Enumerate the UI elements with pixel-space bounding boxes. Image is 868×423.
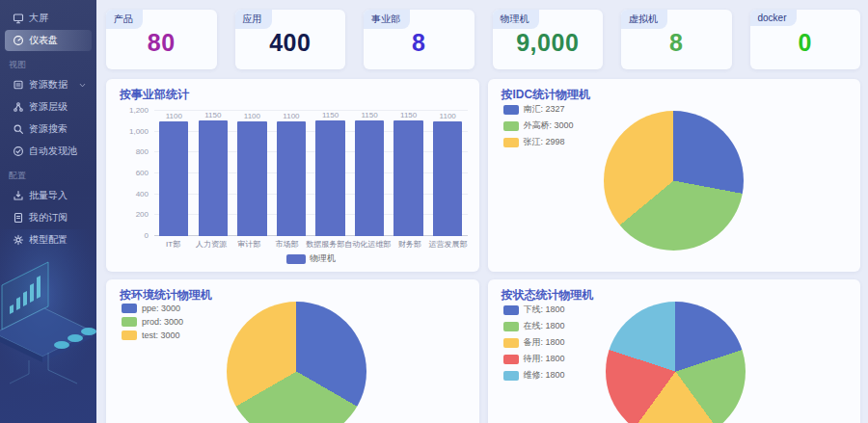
panel-env-pie: 按环境统计物理机 ppe: 3000prod: 3000test: 3000 xyxy=(106,279,479,423)
legend-color-chip xyxy=(503,371,519,381)
x-axis-label: 财务部 xyxy=(391,239,428,250)
legend-item[interactable]: 外高桥: 3000 xyxy=(503,119,574,132)
legend-label: 待用: 1800 xyxy=(524,353,565,365)
stat-card-value: 8 xyxy=(621,29,732,57)
stat-card-1[interactable]: 应用400 xyxy=(235,10,346,69)
main-content: 产品80应用400事业部8物理机9,000虚拟机8docker0 按事业部统计 … xyxy=(96,0,868,423)
bar-chart: 02004006008001,0001,20011001150110011001… xyxy=(120,111,468,236)
stat-card-0[interactable]: 产品80 xyxy=(106,10,217,69)
legend-label: 下线: 1800 xyxy=(524,304,565,316)
sidebar-item-9[interactable]: 我的订阅 xyxy=(5,207,92,228)
stat-card-2[interactable]: 事业部8 xyxy=(364,10,475,69)
panels-grid: 按事业部统计 02004006008001,0001,2001100115011… xyxy=(106,79,860,423)
sidebar-item-label: 批量导入 xyxy=(29,189,68,202)
sidebar-item-6[interactable]: 自动发现池 xyxy=(5,141,92,162)
stat-card-3[interactable]: 物理机9,000 xyxy=(493,10,604,69)
sidebar-item-10[interactable]: 模型配置 xyxy=(5,229,92,251)
sidebar-item-3[interactable]: 资源数据 xyxy=(5,74,92,95)
stat-card-value: 8 xyxy=(364,29,475,57)
pie-legend: 下线: 1800在线: 1800备用: 1800待用: 1800维修: 1800 xyxy=(503,304,565,385)
hierarchy-icon xyxy=(13,101,24,113)
y-axis-label: 200 xyxy=(120,210,149,219)
legend-item[interactable]: 下线: 1800 xyxy=(503,304,565,316)
sidebar-item-0[interactable]: 大屏 xyxy=(5,8,92,29)
bar-slot: 1150 xyxy=(350,111,390,236)
y-axis-label: 1,200 xyxy=(120,106,149,115)
bar-value-label: 1150 xyxy=(322,111,339,119)
bar-slot: 1150 xyxy=(389,111,428,236)
pie-chart xyxy=(606,302,746,423)
legend-item[interactable]: prod: 3000 xyxy=(122,317,183,327)
y-axis-label: 400 xyxy=(120,190,149,198)
screen-icon xyxy=(13,13,24,24)
legend-label: test: 3000 xyxy=(142,330,180,340)
legend-label: 外高桥: 3000 xyxy=(524,119,574,132)
y-axis-label: 0 xyxy=(120,231,149,240)
legend-color-chip xyxy=(503,105,519,115)
sidebar-item-label: 仪表盘 xyxy=(29,34,58,47)
stat-card-value: 80 xyxy=(106,29,217,57)
legend-label: 物理机 xyxy=(310,252,336,265)
bar-slot: 1100 xyxy=(272,111,312,236)
legend-color-chip xyxy=(503,355,519,364)
stat-card-4[interactable]: 虚拟机8 xyxy=(621,10,732,69)
bar xyxy=(237,121,266,236)
legend-label: 维修: 1800 xyxy=(524,369,565,382)
bar-slot: 1100 xyxy=(232,111,272,236)
sidebar-item-8[interactable]: 批量导入 xyxy=(5,185,92,206)
legend-item[interactable]: ppe: 3000 xyxy=(122,304,183,313)
sidebar-item-label: 资源层级 xyxy=(29,100,68,114)
stat-card-label: 虚拟机 xyxy=(621,10,667,29)
sidebar: 大屏仪表盘视图资源数据资源层级资源搜索自动发现池配置批量导入我的订阅模型配置 xyxy=(0,0,96,423)
panel-idc-pie: 按IDC统计物理机 南汇: 2327外高桥: 3000张江: 2998 xyxy=(488,79,861,272)
legend-item[interactable]: 待用: 1800 xyxy=(503,353,565,365)
bar-slot: 1150 xyxy=(194,111,233,236)
x-axis-label: 市场部 xyxy=(268,239,306,250)
stat-card-label: 事业部 xyxy=(364,10,410,29)
legend-color-chip xyxy=(122,317,137,327)
stat-card-value: 9,000 xyxy=(493,29,604,57)
x-axis-label: 数据服务部 xyxy=(306,239,344,250)
stat-card-label: docker xyxy=(750,10,797,26)
x-axis-label: 自动化运维部 xyxy=(344,239,391,250)
stat-card-5[interactable]: docker0 xyxy=(750,10,861,69)
search-icon xyxy=(13,123,24,135)
sidebar-section-label: 配置 xyxy=(0,163,96,184)
legend-item[interactable]: 在线: 1800 xyxy=(503,320,565,332)
legend-label: prod: 3000 xyxy=(142,317,183,327)
list-icon xyxy=(13,79,24,91)
legend-color-chip xyxy=(503,138,519,147)
bar xyxy=(159,121,188,236)
panel-title: 按IDC统计物理机 xyxy=(502,87,861,103)
bar-value-label: 1150 xyxy=(361,111,377,119)
sidebar-item-label: 大屏 xyxy=(29,12,48,25)
pie-chart xyxy=(604,111,744,251)
legend-item[interactable]: test: 3000 xyxy=(122,330,183,340)
pie-legend: ppe: 3000prod: 3000test: 3000 xyxy=(122,304,183,344)
legend-item[interactable]: 备用: 1800 xyxy=(503,336,565,349)
y-axis-label: 1,000 xyxy=(120,127,149,136)
bar xyxy=(315,120,344,236)
sidebar-item-4[interactable]: 资源层级 xyxy=(5,96,92,118)
laptop-illustration xyxy=(0,229,96,393)
legend-color-chip xyxy=(503,121,519,131)
bar-value-label: 1150 xyxy=(400,111,417,119)
bar-value-label: 1100 xyxy=(166,112,182,120)
legend-item[interactable]: 维修: 1800 xyxy=(503,369,565,382)
legend-item[interactable]: 张江: 2998 xyxy=(503,136,574,148)
stat-card-value: 0 xyxy=(750,29,861,57)
stat-card-label: 应用 xyxy=(235,10,272,29)
x-axis-label: 运营发展部 xyxy=(428,239,467,250)
sidebar-item-label: 我的订阅 xyxy=(29,211,68,225)
legend-item[interactable]: 物理机 xyxy=(154,252,468,265)
x-axis-label: 人力资源 xyxy=(192,239,230,250)
legend-color-chip xyxy=(122,330,137,340)
sidebar-item-1[interactable]: 仪表盘 xyxy=(5,30,92,51)
bar-slot: 1100 xyxy=(428,111,468,236)
bars-area: 11001150110011001150115011501100 xyxy=(154,111,468,236)
legend-color-chip xyxy=(122,304,137,313)
stat-card-label: 产品 xyxy=(106,10,143,29)
sidebar-item-5[interactable]: 资源搜索 xyxy=(5,119,92,140)
legend-label: ppe: 3000 xyxy=(142,304,180,313)
legend-item[interactable]: 南汇: 2327 xyxy=(503,103,574,116)
